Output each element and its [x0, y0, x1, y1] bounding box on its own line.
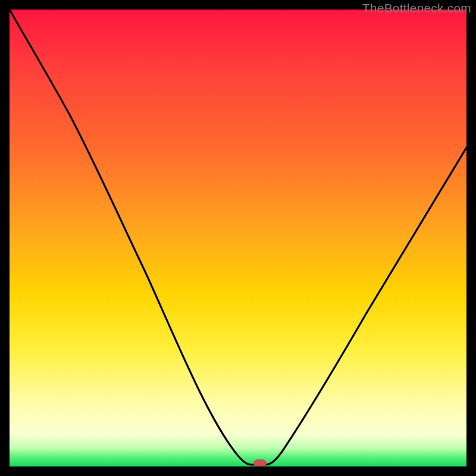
bottleneck-curve	[10, 10, 466, 465]
watermark-text: TheBottleneck.com	[362, 1, 471, 15]
chart-svg	[10, 10, 466, 466]
optimal-point-marker	[253, 459, 267, 466]
chart-frame: TheBottleneck.com	[0, 0, 476, 476]
